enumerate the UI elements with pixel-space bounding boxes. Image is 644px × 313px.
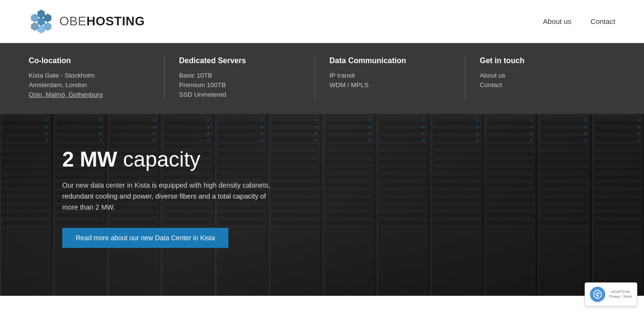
recaptcha-icon bbox=[590, 287, 605, 296]
menu-col-dedicated: Dedicated Servers Basic 10TB Premium 100… bbox=[179, 56, 315, 101]
menu-col-getintouch: Get in touch About us Contact bbox=[480, 56, 615, 101]
hero-title: 2 MW capacity bbox=[62, 147, 273, 171]
logo-icon bbox=[29, 9, 54, 34]
logo: OBEHOSTING bbox=[29, 9, 145, 34]
svg-marker-3 bbox=[44, 22, 52, 31]
menu-item-amsterdam[interactable]: Amsterdam, London bbox=[29, 81, 150, 89]
menu-col-colocation-title: Co-location bbox=[29, 56, 150, 65]
recaptcha-text: reCAPTCHA Privacy - Terms bbox=[609, 290, 632, 296]
logo-wordmark: OBEHOSTING bbox=[59, 14, 145, 29]
nav-contact[interactable]: Contact bbox=[590, 17, 615, 25]
menu-item-ip-transit[interactable]: IP transit bbox=[329, 72, 451, 79]
recaptcha-links: Privacy - Terms bbox=[609, 294, 632, 296]
menu-col-datacomm-title: Data Communication bbox=[329, 56, 451, 65]
hero-title-rest: capacity bbox=[117, 147, 201, 171]
menu-item-wdm[interactable]: WDM / MPLS bbox=[329, 81, 451, 89]
main-nav: About us Contact bbox=[543, 17, 615, 25]
logo-obe: OBE bbox=[59, 14, 86, 28]
hero-section: 2 MW capacity Our new data center in Kis… bbox=[0, 114, 644, 296]
hero-cta-button[interactable]: Read more about our new Data Center in K… bbox=[62, 228, 228, 248]
hero-title-bold: 2 MW bbox=[62, 147, 117, 171]
menu-band: Co-location Kista Gate - Stockholm Amste… bbox=[0, 43, 644, 114]
menu-item-premium[interactable]: Premium 100TB bbox=[179, 81, 300, 89]
logo-hosting: HOSTING bbox=[86, 14, 145, 28]
svg-marker-1 bbox=[37, 10, 45, 18]
hero-description: Our new data center in Kista is equipped… bbox=[62, 180, 273, 213]
menu-col-dedicated-title: Dedicated Servers bbox=[179, 56, 300, 65]
header: OBEHOSTING About us Contact bbox=[0, 0, 644, 43]
menu-col-getintouch-title: Get in touch bbox=[480, 56, 601, 65]
svg-marker-0 bbox=[37, 17, 45, 26]
menu-item-oslo[interactable]: Oslo, Malmö, Gothenburg bbox=[29, 91, 150, 98]
menu-item-basic[interactable]: Basic 10TB bbox=[179, 72, 300, 79]
menu-item-ssd[interactable]: SSD Unmetered bbox=[179, 91, 300, 98]
menu-col-datacomm: Data Communication IP transit WDM / MPLS bbox=[329, 56, 465, 101]
menu-item-kista[interactable]: Kista Gate - Stockholm bbox=[29, 72, 150, 79]
svg-marker-4 bbox=[37, 25, 45, 34]
svg-marker-2 bbox=[44, 13, 52, 22]
hero-content: 2 MW capacity Our new data center in Kis… bbox=[0, 114, 335, 281]
menu-col-colocation: Co-location Kista Gate - Stockholm Amste… bbox=[29, 56, 165, 101]
svg-marker-6 bbox=[31, 13, 39, 22]
menu-item-aboutus[interactable]: About us bbox=[480, 72, 601, 79]
svg-marker-5 bbox=[31, 22, 39, 31]
recaptcha-badge: reCAPTCHA Privacy - Terms bbox=[585, 282, 637, 296]
nav-about[interactable]: About us bbox=[543, 17, 571, 25]
recaptcha-label: reCAPTCHA bbox=[609, 290, 632, 294]
menu-item-contact[interactable]: Contact bbox=[480, 81, 601, 89]
